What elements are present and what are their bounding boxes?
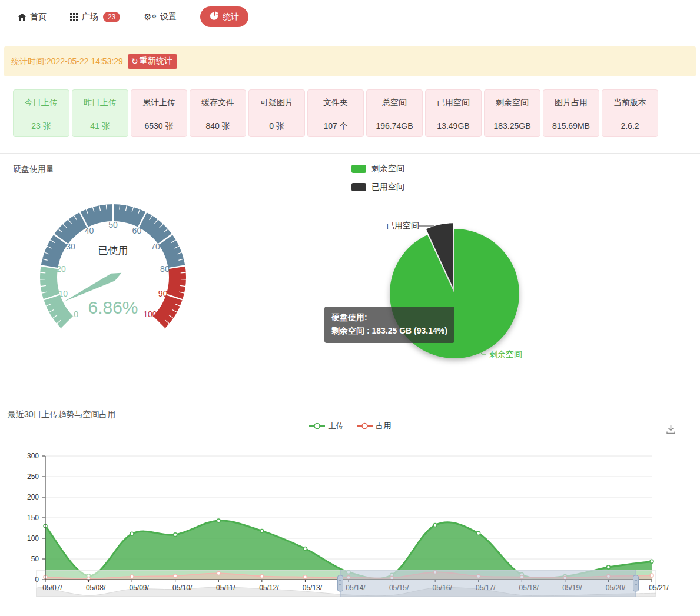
save-as-image-button[interactable] [664, 422, 677, 435]
svg-text:150: 150 [27, 514, 39, 522]
divider [257, 115, 297, 115]
home-icon [18, 13, 26, 21]
pie-legend: 剩余空间 已用空间 [351, 164, 404, 192]
divider [610, 115, 650, 115]
trend-section-title: 最近30日上传趋势与空间占用 [8, 409, 116, 420]
gears-icon: ⚙⚙ [144, 12, 157, 21]
svg-text:50: 50 [108, 220, 118, 229]
stat-card: 已用空间13.49GB [425, 89, 482, 137]
stat-card-label: 总空间 [367, 98, 422, 108]
svg-text:90: 90 [158, 289, 168, 298]
svg-text:05/11/: 05/11/ [216, 584, 235, 592]
stat-card-label: 图片占用 [543, 98, 599, 108]
svg-text:100: 100 [143, 309, 157, 319]
pie-label-free-space: 剩余空间 [489, 349, 522, 360]
svg-text:40: 40 [85, 226, 94, 235]
stat-card-value: 23 张 [14, 121, 69, 132]
stat-card-value: 107 个 [308, 121, 363, 132]
svg-text:05/08/: 05/08/ [86, 584, 106, 592]
stat-card-value: 0 张 [249, 121, 304, 132]
disk-pie-chart [318, 189, 589, 395]
stat-card: 累计上传6530 张 [131, 89, 187, 137]
stat-card-label: 可疑图片 [249, 98, 304, 108]
stat-card: 当前版本2.6.2 [602, 89, 658, 137]
pie-tooltip: 硬盘使用: 剩余空间 : 183.25 GB (93.14%) [324, 307, 454, 343]
trend-chart: 05010015020025030005/07/05/08/05/09/05/1… [0, 444, 700, 611]
svg-text:300: 300 [27, 452, 39, 460]
tooltip-content: 剩余空间 : 183.25 GB (93.14%) [331, 324, 447, 338]
divider [492, 115, 532, 115]
divider [551, 115, 591, 115]
divider [198, 115, 238, 115]
pie-label-used-space: 已用空间 [386, 221, 419, 231]
disk-section-title: 硬盘使用量 [13, 164, 54, 175]
stat-card-label: 剩余空间 [485, 98, 540, 108]
legend-item-occupy[interactable]: 占用 [357, 421, 392, 431]
stat-card-label: 累计上传 [131, 98, 187, 108]
svg-text:250: 250 [27, 472, 39, 481]
plaza-count-badge: 23 [103, 12, 120, 22]
stat-card: 今日上传23 张 [13, 89, 69, 137]
stat-card: 剩余空间183.25GB [484, 89, 540, 137]
svg-text:已使用: 已使用 [98, 245, 128, 256]
divider [433, 115, 473, 115]
disk-gauge-chart: 0102030405060708090100已使用6.86% [32, 196, 209, 349]
nav-item-label: 首页 [30, 12, 47, 22]
divider [316, 115, 356, 115]
stat-card-label: 缓存文件 [190, 98, 246, 108]
divider [80, 115, 120, 115]
svg-text:05/13/: 05/13/ [303, 584, 323, 592]
stat-cards-row: 今日上传23 张昨日上传41 张累计上传6530 张缓存文件840 张可疑图片0… [13, 89, 700, 137]
stat-card-value: 13.49GB [426, 121, 481, 131]
legend-item-upload[interactable]: 上传 [309, 421, 344, 431]
stat-card-value: 815.69MB [543, 121, 599, 131]
legend-swatch-green [351, 165, 366, 173]
line-marker-green [309, 422, 325, 429]
tooltip-title: 硬盘使用: [331, 311, 447, 324]
stat-card-value: 41 张 [72, 121, 128, 132]
svg-text:80: 80 [160, 264, 170, 274]
svg-text:05/21/: 05/21/ [649, 584, 669, 592]
svg-text:200: 200 [27, 493, 39, 501]
nav-item-plaza[interactable]: 广场 23 [70, 12, 120, 22]
grid-icon [70, 13, 78, 21]
stat-card: 昨日上传41 张 [72, 89, 128, 137]
nav-item-label: 设置 [160, 12, 177, 22]
svg-text:0: 0 [74, 309, 78, 319]
stat-card-value: 196.74GB [367, 121, 422, 131]
refresh-icon: ↻ [131, 57, 138, 65]
stat-card: 缓存文件840 张 [190, 89, 246, 137]
stat-card-value: 2.6.2 [602, 121, 658, 131]
legend-item-free-space[interactable]: 剩余空间 [351, 164, 404, 174]
stat-card-value: 183.25GB [485, 121, 540, 131]
svg-text:100: 100 [27, 534, 39, 542]
stat-card-label: 当前版本 [602, 98, 658, 108]
svg-text:05/10/: 05/10/ [172, 584, 193, 592]
download-icon [665, 424, 676, 435]
svg-text:70: 70 [151, 242, 160, 251]
stat-card-value: 6530 张 [131, 121, 187, 132]
svg-text:0: 0 [35, 575, 39, 584]
nav-item-statistics-active[interactable]: 统计 [200, 6, 248, 27]
disk-usage-section: 硬盘使用量 0102030405060708090100已使用6.86% 剩余空… [0, 153, 700, 395]
pie-chart-icon [210, 11, 219, 22]
trend-legend: 上传 占用 [0, 421, 700, 431]
svg-text:50: 50 [31, 555, 39, 563]
stat-card: 总空间196.74GB [366, 89, 423, 137]
svg-text:6.86%: 6.86% [88, 298, 138, 317]
line-marker-red [357, 422, 373, 429]
divider [21, 115, 61, 115]
stat-time-text: 统计时间:2022-05-22 14:53:29 [11, 56, 123, 67]
stat-card-label: 已用空间 [426, 98, 481, 108]
nav-item-home[interactable]: 首页 [18, 12, 47, 22]
nav-item-label: 统计 [223, 12, 239, 22]
recalculate-button[interactable]: ↻ 重新统计 [128, 54, 177, 69]
svg-text:05/12/: 05/12/ [259, 584, 279, 592]
svg-text:30: 30 [66, 242, 75, 251]
svg-text:05/09/: 05/09/ [129, 584, 149, 592]
stat-card-label: 昨日上传 [72, 98, 128, 108]
nav-item-settings[interactable]: ⚙⚙ 设置 [144, 12, 177, 22]
datazoom-window[interactable] [340, 570, 636, 597]
divider [139, 115, 179, 115]
stat-card-label: 文件夹 [308, 98, 363, 108]
